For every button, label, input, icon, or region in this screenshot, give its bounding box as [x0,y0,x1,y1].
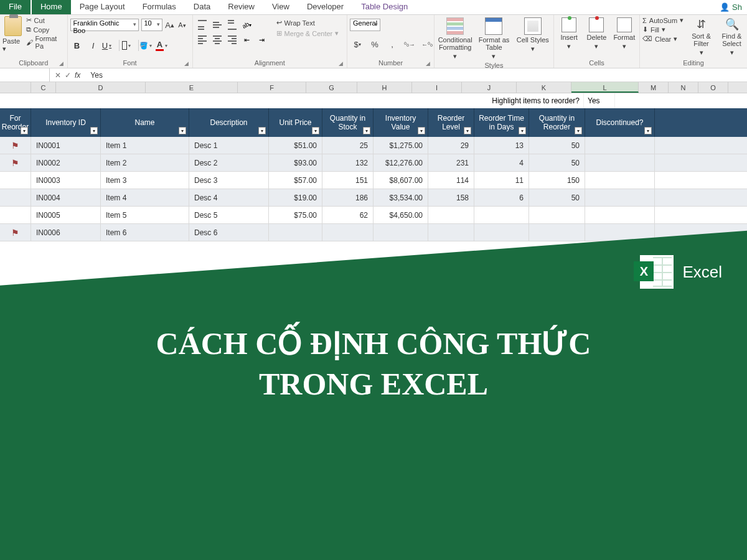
cell-qty[interactable]: 62 [322,207,374,223]
col-header-i[interactable]: I [412,82,462,93]
cell-disc[interactable] [585,207,655,223]
cell-name[interactable]: Item 1 [101,137,189,154]
table-row[interactable]: IN0003Item 3Desc 3$57.00151$8,607.001141… [0,172,747,189]
cell-val[interactable]: $3,534.00 [374,189,428,206]
filter-icon[interactable]: ▾ [363,127,370,134]
col-header-l[interactable]: L [571,82,639,93]
format-painter-button[interactable]: 🖌Format Pa [26,35,65,50]
col-header-h[interactable]: H [357,82,412,93]
tab-view[interactable]: View [263,0,298,14]
cell-rl[interactable]: 114 [428,172,474,189]
col-header-j[interactable]: J [462,82,517,93]
cell-qty[interactable] [322,224,374,241]
cell-rt[interactable] [474,224,529,241]
delete-button[interactable]: Delete▾ [584,16,609,50]
cell-desc[interactable]: Desc 2 [189,154,269,171]
font-size-select[interactable]: 10▾ [141,19,162,31]
th-name[interactable]: Name▾ [101,108,189,137]
filter-icon[interactable]: ▾ [21,127,28,134]
number-launcher-icon[interactable]: ◢ [426,60,430,67]
filter-icon[interactable]: ▾ [312,127,319,134]
format-button[interactable]: Format▾ [612,16,637,50]
cell-val[interactable] [374,224,428,241]
bold-button[interactable]: B [70,39,84,52]
fx-icon[interactable]: fx [75,71,80,80]
paste-button[interactable]: Paste ▾ [2,37,24,53]
cell-disc[interactable] [585,189,655,206]
decrease-indent-button[interactable]: ⇤ [240,34,254,46]
cell-id[interactable]: IN0002 [31,154,101,171]
table-row[interactable]: ⚑IN0001Item 1Desc 1$51.0025$1,275.002913… [0,137,747,154]
tab-review[interactable]: Review [219,0,263,14]
cell-qr[interactable]: 50 [529,189,585,206]
cell-rt[interactable]: 11 [474,172,529,189]
cell-price[interactable]: $51.00 [269,137,322,154]
conditional-formatting-button[interactable]: Conditional Formatting▾ [437,16,473,60]
cell-rt[interactable]: 6 [474,189,529,206]
merge-center-button[interactable]: ⊞Merge & Center ▾ [276,29,339,37]
cell-id[interactable]: IN0004 [31,189,101,206]
fill-button[interactable]: ⬇Fill ▾ [642,26,684,34]
th-reorder-level[interactable]: Reorder Level▾ [428,108,474,137]
align-right-button[interactable] [225,34,239,46]
cell-desc[interactable]: Desc 3 [189,172,269,189]
cell-val[interactable]: $4,650.00 [374,207,428,223]
cell-qr[interactable]: 150 [529,172,585,189]
filter-icon[interactable]: ▾ [179,127,186,134]
fill-color-button[interactable]: 🪣▾ [141,39,155,52]
italic-button[interactable]: I [87,39,100,52]
cell-rl[interactable]: 231 [428,154,474,171]
tab-formulas[interactable]: Formulas [134,0,185,14]
th-reorder-time[interactable]: Reorder Time in Days▾ [474,108,529,137]
cell-id[interactable]: IN0001 [31,137,101,154]
cell-name[interactable]: Item 5 [101,207,189,223]
th-inventory-value[interactable]: Inventory Value▾ [374,108,428,137]
clear-button[interactable]: ⌫Clear ▾ [642,35,684,43]
cell-desc[interactable]: Desc 1 [189,137,269,154]
col-header-f[interactable]: F [238,82,306,93]
enter-formula-button[interactable]: ✓ [65,71,71,80]
cell-id[interactable]: IN0006 [31,224,101,241]
cell-price[interactable]: $75.00 [269,207,322,223]
font-launcher-icon[interactable]: ◢ [184,60,189,67]
tab-page-layout[interactable]: Page Layout [71,0,134,14]
currency-button[interactable]: $▾ [350,37,365,51]
cell-qr[interactable] [529,224,585,241]
name-box[interactable] [0,68,50,82]
insert-button[interactable]: Insert▾ [557,16,581,50]
cell-qty[interactable]: 186 [322,189,374,206]
filter-icon[interactable]: ▾ [90,127,98,134]
col-header-d[interactable]: D [56,82,146,93]
alignment-launcher-icon[interactable]: ◢ [339,60,343,67]
format-as-table-button[interactable]: Format as Table▾ [476,16,512,60]
align-bottom-button[interactable] [225,19,239,31]
font-name-select[interactable]: Franklin Gothic Boo▾ [70,19,139,31]
col-header-n[interactable]: N [669,82,698,93]
cell-qr[interactable] [529,207,585,223]
filter-icon[interactable]: ▾ [575,127,582,134]
cell-id[interactable]: IN0003 [31,172,101,189]
clipboard-launcher-icon[interactable]: ◢ [59,60,63,67]
table-row[interactable]: IN0004Item 4Desc 4$19.00186$3,534.001586… [0,189,747,207]
cell-price[interactable] [269,224,322,241]
sort-filter-button[interactable]: ⇵Sort & Filter▾ [688,16,714,57]
cell-price[interactable]: $57.00 [269,172,322,189]
comma-button[interactable]: , [385,37,400,51]
cell-id[interactable]: IN0005 [31,207,101,223]
cell-rl[interactable]: 29 [428,137,474,154]
number-format-select[interactable]: General▾ [350,19,380,31]
col-header-c[interactable]: C [31,82,56,93]
paste-icon[interactable] [4,16,22,36]
cell-rl[interactable] [428,207,474,223]
cell-name[interactable]: Item 2 [101,154,189,171]
table-row[interactable]: IN0005Item 5Desc 5$75.0062$4,650.00 [0,207,747,224]
cell-qty[interactable]: 151 [322,172,374,189]
cell-qty[interactable]: 132 [322,154,374,171]
align-left-button[interactable] [195,34,209,46]
percent-button[interactable]: % [367,37,382,51]
cell-rt[interactable]: 4 [474,154,529,171]
filter-icon[interactable]: ▾ [258,127,266,134]
share-button[interactable]: 👤Sh [715,0,747,14]
cell-name[interactable]: Item 3 [101,172,189,189]
cell-name[interactable]: Item 6 [101,224,189,241]
